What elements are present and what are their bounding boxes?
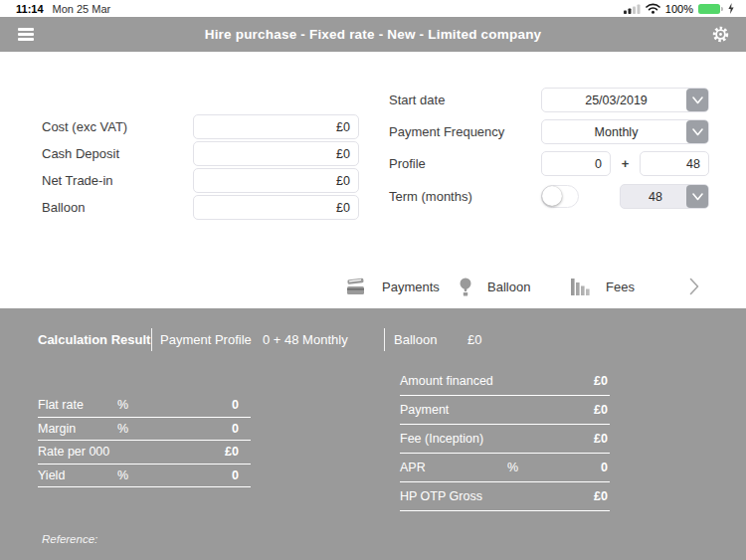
tab-fees[interactable]: Fees <box>571 275 635 298</box>
start-date-label: Start date <box>389 93 445 107</box>
profile-plus-sign: + <box>611 156 640 171</box>
payment-frequency-input[interactable] <box>541 119 709 144</box>
app-screen: 11:14 Mon 25 Mar 100% <box>0 0 746 560</box>
status-bar: 11:14 Mon 25 Mar 100% <box>0 0 746 17</box>
page-title: Hire purchase - Fixed rate - New - Limit… <box>60 17 686 52</box>
cost-row: Cost (exc VAT) <box>42 114 359 139</box>
row-unit: % <box>117 468 232 482</box>
battery-percent: 100% <box>665 3 693 15</box>
flat-rate-row: Flat rate % 0 <box>38 394 251 418</box>
row-label: Fee (Inception) <box>400 432 507 446</box>
row-value: £0 <box>594 374 610 388</box>
nav-bar: Hire purchase - Fixed rate - New - Limit… <box>0 17 746 52</box>
balloon-summary-label: Balloon <box>394 332 437 347</box>
divider <box>151 328 152 351</box>
menu-icon[interactable] <box>18 26 35 43</box>
cellular-signal-icon <box>624 4 641 14</box>
calc-left-table: Flat rate % 0 Margin % 0 Rate per 000 £0… <box>38 394 251 487</box>
row-label: Amount financed <box>400 374 507 388</box>
tab-fees-label: Fees <box>606 280 635 294</box>
row-label: Flat rate <box>38 398 117 412</box>
balloon-row: Balloon <box>42 195 359 220</box>
tab-payments[interactable]: Payments <box>346 275 440 298</box>
hp-otp-gross-row: HP OTP Gross £0 <box>400 482 610 511</box>
margin-row: Margin % 0 <box>38 418 251 442</box>
payment-profile-label: Payment Profile <box>160 332 252 347</box>
divider <box>384 328 385 351</box>
profile-label: Profile <box>389 156 426 171</box>
cash-deposit-input[interactable] <box>193 141 359 166</box>
row-value: £0 <box>594 432 610 446</box>
profile-second-input[interactable] <box>640 151 709 176</box>
payment-frequency-label: Payment Frequency <box>389 124 504 139</box>
net-trade-in-row: Net Trade-in <box>42 168 359 193</box>
amount-financed-row: Amount financed £0 <box>400 367 610 396</box>
net-trade-in-input[interactable] <box>193 168 359 193</box>
row-label: APR <box>400 461 507 474</box>
rate-per-000-row: Rate per 000 £0 <box>38 441 251 465</box>
balloon-summary-value: £0 <box>467 332 481 347</box>
row-unit: % <box>117 398 232 412</box>
fee-inception-row: Fee (Inception) £0 <box>400 425 610 454</box>
row-label: Rate per 000 <box>38 445 117 459</box>
row-value: £0 <box>594 489 610 503</box>
row-label: Payment <box>400 403 507 417</box>
term-chevron-down-icon[interactable] <box>686 185 708 208</box>
descending-bars-icon <box>571 279 590 295</box>
profile-row: Profile + <box>389 151 709 176</box>
cash-deposit-label: Cash Deposit <box>42 146 119 161</box>
balloon-input[interactable] <box>193 195 359 220</box>
row-unit: % <box>507 461 601 474</box>
payment-frequency-chevron-down-icon[interactable] <box>686 120 708 143</box>
tab-balloon-label: Balloon <box>487 280 530 294</box>
clock-time: 11:14 <box>16 3 44 15</box>
row-unit: % <box>117 422 232 436</box>
start-date-chevron-down-icon[interactable] <box>686 89 708 111</box>
cost-input[interactable] <box>193 114 359 139</box>
row-label: HP OTP Gross <box>400 489 507 503</box>
start-date-input[interactable] <box>541 88 709 112</box>
settings-gear-icon[interactable] <box>711 25 730 44</box>
tab-balloon[interactable]: Balloon <box>460 275 530 298</box>
calculation-result-section: Calculation Result Payment Profile 0 + 4… <box>0 308 746 560</box>
calc-right-table: Amount financed £0 Payment £0 Fee (Incep… <box>400 367 610 511</box>
profile-first-input[interactable] <box>541 151 611 176</box>
status-date: Mon 25 Mar <box>53 3 111 15</box>
wifi-icon <box>646 3 660 14</box>
yield-row: Yield % 0 <box>38 465 251 488</box>
hot-air-balloon-icon <box>460 278 471 296</box>
charging-bolt-icon <box>728 3 734 14</box>
start-date-row: Start date <box>389 88 709 112</box>
term-row: Term (months) <box>389 184 709 209</box>
calculation-result-title: Calculation Result <box>38 332 150 347</box>
row-value: 0 <box>232 398 251 412</box>
tab-payments-label: Payments <box>382 280 440 294</box>
credit-cards-icon <box>346 278 366 296</box>
net-trade-in-label: Net Trade-in <box>42 173 113 188</box>
row-value: 0 <box>232 468 251 482</box>
row-label: Margin <box>38 422 117 436</box>
row-value: £0 <box>594 403 610 417</box>
chevron-right-icon[interactable] <box>689 278 699 295</box>
cost-label: Cost (exc VAT) <box>42 119 127 134</box>
payment-row: Payment £0 <box>400 396 610 425</box>
payment-frequency-row: Payment Frequency <box>389 119 709 144</box>
reference-label: Reference: <box>42 533 97 545</box>
row-value: 0 <box>601 461 610 474</box>
row-value: £0 <box>225 445 251 459</box>
row-label: Yield <box>38 468 117 482</box>
term-toggle[interactable] <box>541 185 579 208</box>
row-value: 0 <box>232 422 251 436</box>
cash-deposit-row: Cash Deposit <box>42 141 359 166</box>
balloon-label: Balloon <box>42 200 85 215</box>
payment-profile-value: 0 + 48 Monthly <box>263 332 348 347</box>
term-label: Term (months) <box>389 189 472 204</box>
apr-row: APR % 0 <box>400 454 610 482</box>
battery-icon <box>698 4 723 14</box>
